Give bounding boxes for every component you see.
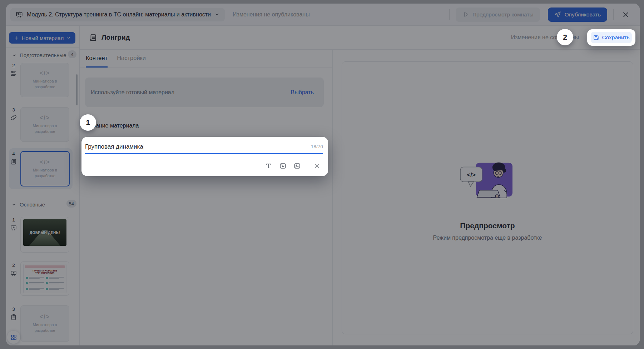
tutorial-step-2-marker: 2 [557, 29, 573, 45]
name-input-card: Групповая динамика 18/70 [81, 137, 328, 176]
save-icon [593, 34, 599, 41]
add-video-button[interactable] [279, 162, 287, 170]
text-caret [144, 143, 144, 150]
text-icon [265, 162, 272, 170]
name-input[interactable]: Групповая динамика [85, 143, 144, 150]
image-icon [293, 162, 301, 170]
input-underline [85, 153, 323, 154]
close-icon [314, 163, 320, 169]
clear-field-button[interactable] [313, 162, 321, 170]
name-input-value: Групповая динамика [85, 143, 143, 150]
save-button-spotlight: Сохранить [587, 29, 635, 46]
save-label: Сохранить [602, 34, 629, 41]
save-button[interactable]: Сохранить [591, 32, 632, 43]
char-counter: 18/70 [311, 144, 323, 149]
add-image-button[interactable] [293, 162, 301, 170]
video-icon [279, 162, 287, 170]
text-format-button[interactable] [264, 162, 272, 170]
tutorial-step-1-marker: 1 [80, 114, 96, 131]
